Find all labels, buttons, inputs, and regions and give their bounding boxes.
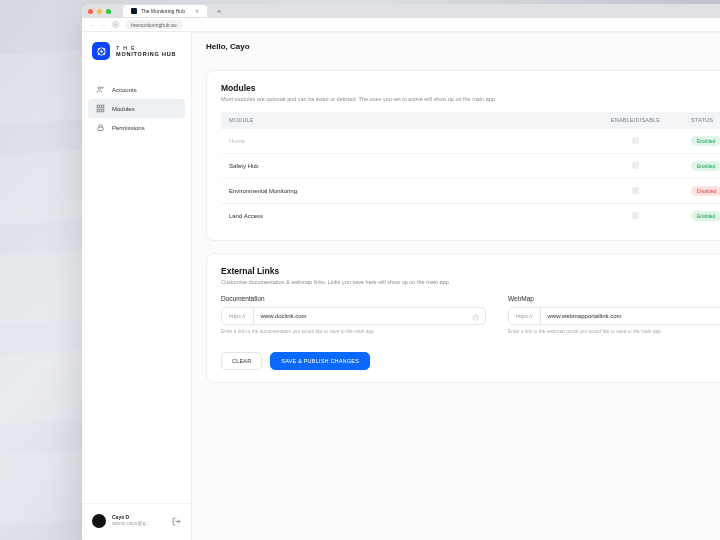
module-toggle-cell	[588, 129, 683, 154]
svg-point-5	[103, 53, 104, 54]
sidebar-item-accounts[interactable]: Accounts	[88, 80, 185, 99]
user-meta: Cayo D admin.cayo@g...	[112, 515, 150, 527]
new-tab-icon[interactable]: +	[217, 8, 221, 15]
tab-title: The Monitoring Hub	[141, 8, 185, 14]
tab-close-icon[interactable]: ✕	[195, 8, 199, 14]
svg-point-4	[98, 53, 99, 54]
url-text: themonitoringhub.au	[131, 22, 177, 28]
checkbox-icon[interactable]	[632, 137, 639, 144]
logout-icon	[172, 517, 181, 526]
protocol-prefix: https://	[509, 308, 541, 324]
checkbox-icon[interactable]	[632, 212, 639, 219]
sidebar-item-label: Accounts	[112, 87, 137, 93]
webmap-field: WebMap https:// www.webmapportallink.com…	[508, 295, 720, 334]
svg-point-7	[102, 87, 104, 89]
sidebar: T H E MONITORING HUB Accounts Modules Pe…	[82, 32, 192, 540]
traffic-light-min[interactable]	[97, 9, 102, 14]
page-greeting: Hello, Cayo	[206, 42, 250, 51]
svg-rect-9	[101, 105, 104, 108]
map-input-wrap[interactable]: https:// www.webmapportallink.com	[508, 307, 720, 325]
status-badge: Enabled	[691, 136, 720, 146]
sidebar-item-permissions[interactable]: Permissions	[88, 118, 185, 137]
checkbox-icon[interactable]	[632, 187, 639, 194]
back-icon[interactable]: ←	[90, 22, 95, 28]
documentation-field: Documentation https:// www.doclink.com E…	[221, 295, 486, 334]
table-row: Safety HubEnabled	[221, 154, 720, 179]
doc-input-value[interactable]: www.doclink.com	[254, 313, 466, 319]
brand-text: T H E MONITORING HUB	[116, 45, 176, 58]
reload-icon[interactable]: ⟳	[112, 21, 119, 28]
module-status-cell: Enabled	[683, 154, 720, 179]
table-row: Environmental MonitoringDisabled	[221, 179, 720, 204]
sidebar-item-label: Permissions	[112, 125, 145, 131]
brand-logo: T H E MONITORING HUB	[82, 32, 191, 76]
external-links-panel: External Links Customise documentation &…	[206, 253, 720, 383]
col-module: MODULE	[221, 112, 588, 129]
grid-icon	[96, 104, 105, 113]
lock-icon	[96, 123, 105, 132]
module-name: Safety Hub	[221, 154, 588, 179]
svg-point-2	[98, 48, 99, 49]
svg-point-1	[100, 50, 102, 52]
browser-window: The Monitoring Hub ✕ + ← → ⟳ themonitori…	[82, 4, 720, 540]
sidebar-item-modules[interactable]: Modules	[88, 99, 185, 118]
main-area: Hello, Cayo Switch to main app Modules M…	[192, 32, 720, 540]
svg-point-3	[103, 48, 104, 49]
favicon-icon	[131, 8, 137, 14]
module-status-cell: Disabled	[683, 179, 720, 204]
doc-input-wrap[interactable]: https:// www.doclink.com	[221, 307, 486, 325]
module-toggle-cell	[588, 154, 683, 179]
forward-icon[interactable]: →	[101, 22, 106, 28]
svg-rect-11	[101, 109, 104, 112]
svg-rect-10	[97, 109, 100, 112]
module-toggle-cell	[588, 179, 683, 204]
module-name: Home	[221, 129, 588, 154]
col-enable: ENABLE/DISABLE	[588, 112, 683, 129]
avatar[interactable]	[92, 514, 106, 528]
browser-tab[interactable]: The Monitoring Hub ✕	[123, 5, 207, 17]
map-hint: Enter a link to the webmap portal you wo…	[508, 329, 720, 334]
map-input-value[interactable]: www.webmapportallink.com	[541, 313, 720, 319]
user-footer: Cayo D admin.cayo@g...	[82, 503, 191, 540]
clear-button[interactable]: CLEAR	[221, 352, 262, 370]
svg-rect-8	[97, 105, 100, 108]
doc-label: Documentation	[221, 295, 486, 302]
modules-subtitle: Most modules are optional and can be lis…	[221, 96, 720, 102]
save-publish-button[interactable]: SAVE & PUBLISH CHANGES	[270, 352, 370, 370]
modules-table: MODULE ENABLE/DISABLE STATUS HomeEnabled…	[221, 112, 720, 228]
col-status: STATUS	[683, 112, 720, 129]
traffic-light-close[interactable]	[88, 9, 93, 14]
browser-toolbar: ← → ⟳ themonitoringhub.au	[82, 18, 720, 32]
status-badge: Enabled	[691, 211, 720, 221]
module-name: Land Access	[221, 204, 588, 229]
traffic-light-max[interactable]	[106, 9, 111, 14]
modules-panel: Modules Most modules are optional and ca…	[206, 70, 720, 241]
users-icon	[96, 85, 105, 94]
protocol-prefix: https://	[222, 308, 254, 324]
checkbox-icon[interactable]	[632, 162, 639, 169]
module-toggle-cell	[588, 204, 683, 229]
table-row: HomeEnabled	[221, 129, 720, 154]
logo-icon	[92, 42, 110, 60]
logout-button[interactable]	[172, 512, 181, 530]
sidebar-item-label: Modules	[112, 106, 135, 112]
module-name: Environmental Monitoring	[221, 179, 588, 204]
map-label: WebMap	[508, 295, 720, 302]
doc-hint: Enter a link to the documentation you wo…	[221, 329, 486, 334]
status-badge: Disabled	[691, 186, 720, 196]
address-bar[interactable]: themonitoringhub.au	[125, 20, 183, 29]
table-row: Land AccessEnabled	[221, 204, 720, 229]
browser-tabbar: The Monitoring Hub ✕ +	[82, 4, 720, 18]
svg-rect-12	[98, 127, 103, 130]
module-status-cell: Enabled	[683, 204, 720, 229]
clock-icon[interactable]	[466, 307, 485, 325]
external-title: External Links	[221, 266, 720, 276]
svg-point-6	[98, 87, 100, 89]
status-badge: Enabled	[691, 161, 720, 171]
sidebar-nav: Accounts Modules Permissions	[82, 76, 191, 141]
external-subtitle: Customise documentation & webmap links. …	[221, 279, 720, 285]
user-email: admin.cayo@g...	[112, 521, 150, 527]
module-status-cell: Enabled	[683, 129, 720, 154]
topbar: Hello, Cayo Switch to main app	[192, 33, 720, 60]
modules-title: Modules	[221, 83, 720, 93]
